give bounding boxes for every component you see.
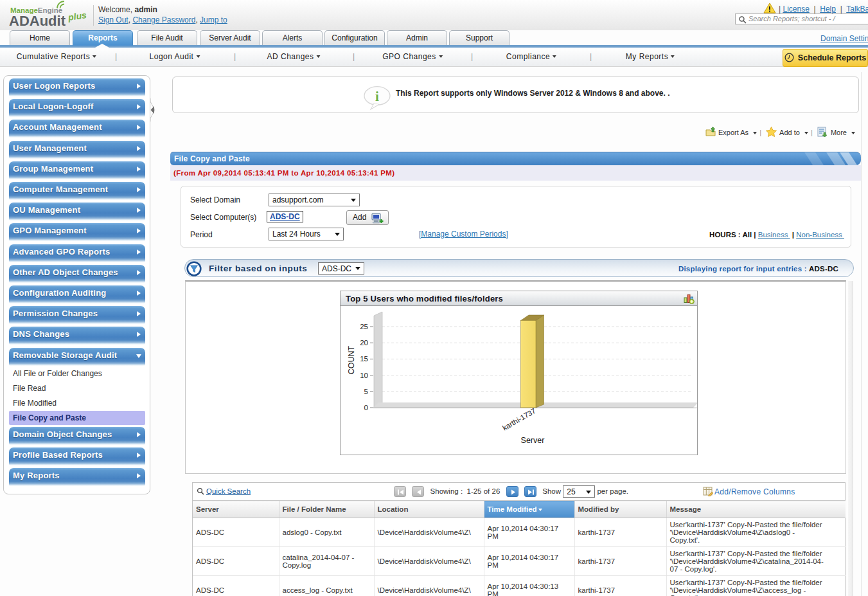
- svg-text:10: 10: [360, 372, 368, 379]
- svg-text:COUNT: COUNT: [347, 345, 356, 374]
- svg-text:20: 20: [360, 339, 368, 347]
- svg-text:i: i: [375, 89, 379, 104]
- svg-text:0: 0: [364, 404, 368, 411]
- svg-text:karthi-1737: karthi-1737: [501, 407, 537, 432]
- svg-text:25: 25: [360, 323, 368, 330]
- svg-text:15: 15: [360, 355, 368, 363]
- svg-text:5: 5: [364, 388, 368, 395]
- svg-text:Server: Server: [521, 436, 545, 445]
